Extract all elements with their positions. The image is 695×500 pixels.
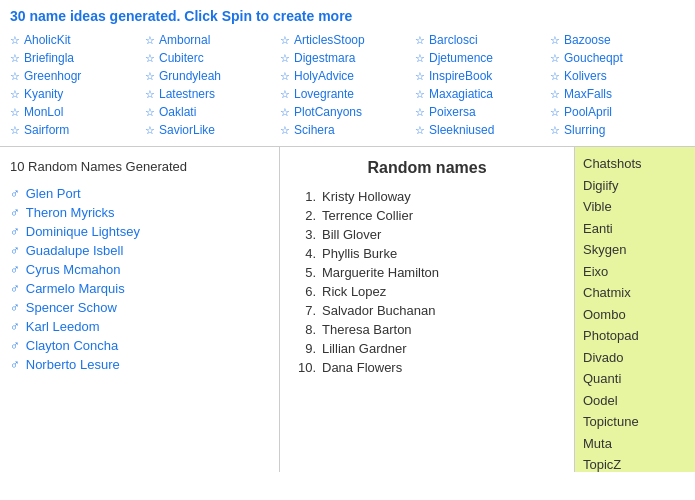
top-name-item[interactable]: ☆SaviorLike <box>145 122 280 138</box>
top-name-item[interactable]: ☆Lovegrante <box>280 86 415 102</box>
left-name-item[interactable]: ♂Guadalupe Isbell <box>10 241 269 260</box>
middle-name-label: Kristy Holloway <box>322 189 411 204</box>
sidebar-name-item[interactable]: Eixo <box>583 261 687 283</box>
top-name-item[interactable]: ☆InspireBook <box>415 68 550 84</box>
sidebar-name-item[interactable]: Chatshots <box>583 153 687 175</box>
top-name-item[interactable]: ☆HolyAdvice <box>280 68 415 84</box>
middle-name-label: Marguerite Hamilton <box>322 265 439 280</box>
sidebar-name-item[interactable]: Divado <box>583 347 687 369</box>
sidebar-name-item[interactable]: Quanti <box>583 368 687 390</box>
top-name-item[interactable]: ☆Digestmara <box>280 50 415 66</box>
top-name-item[interactable]: ☆Barclosci <box>415 32 550 48</box>
star-icon: ☆ <box>550 88 560 101</box>
sidebar-name-item[interactable]: TopicZ <box>583 454 687 472</box>
top-name-label: Grundyleah <box>159 69 221 83</box>
star-icon: ☆ <box>550 124 560 137</box>
middle-panel-title: Random names <box>296 159 558 177</box>
top-name-item[interactable]: ☆Scihera <box>280 122 415 138</box>
bottom-section: 10 Random Names Generated ♂Glen Port♂The… <box>0 147 695 472</box>
left-name-item[interactable]: ♂Glen Port <box>10 184 269 203</box>
star-icon: ☆ <box>415 34 425 47</box>
top-name-item[interactable]: ☆Djetumence <box>415 50 550 66</box>
sidebar-name-item[interactable]: Digiify <box>583 175 687 197</box>
left-name-item[interactable]: ♂Carmelo Marquis <box>10 279 269 298</box>
star-icon: ☆ <box>550 34 560 47</box>
sidebar-name-item[interactable]: Topictune <box>583 411 687 433</box>
left-name-label: Norberto Lesure <box>26 357 120 372</box>
left-name-label: Glen Port <box>26 186 81 201</box>
male-icon: ♂ <box>10 262 20 277</box>
middle-list-item: 4.Phyllis Burke <box>296 244 558 263</box>
top-name-item[interactable]: ☆Slurring <box>550 122 685 138</box>
top-name-item[interactable]: ☆MonLol <box>10 104 145 120</box>
star-icon: ☆ <box>145 88 155 101</box>
sidebar-name-item[interactable]: Chatmix <box>583 282 687 304</box>
top-name-item[interactable]: ☆PoolApril <box>550 104 685 120</box>
top-name-label: PlotCanyons <box>294 105 362 119</box>
top-name-item[interactable]: ☆Briefingla <box>10 50 145 66</box>
left-name-item[interactable]: ♂Karl Leedom <box>10 317 269 336</box>
top-name-label: MaxFalls <box>564 87 612 101</box>
top-name-item[interactable]: ☆Kolivers <box>550 68 685 84</box>
list-number: 3. <box>296 227 316 242</box>
sidebar-name-item[interactable]: Oodel <box>583 390 687 412</box>
star-icon: ☆ <box>280 70 290 83</box>
title-spin[interactable]: Spin <box>222 8 252 24</box>
top-name-item[interactable]: ☆Maxagiatica <box>415 86 550 102</box>
top-name-item[interactable]: ☆Sleekniused <box>415 122 550 138</box>
top-name-label: Maxagiatica <box>429 87 493 101</box>
top-name-label: Briefingla <box>24 51 74 65</box>
sidebar-name-item[interactable]: Vible <box>583 196 687 218</box>
top-name-item[interactable]: ☆Sairform <box>10 122 145 138</box>
sidebar-name-item[interactable]: Eanti <box>583 218 687 240</box>
top-name-label: Kolivers <box>564 69 607 83</box>
list-number: 4. <box>296 246 316 261</box>
top-name-item[interactable]: ☆Grundyleah <box>145 68 280 84</box>
top-name-item[interactable]: ☆Kyanity <box>10 86 145 102</box>
left-name-item[interactable]: ♂Theron Myricks <box>10 203 269 222</box>
left-name-item[interactable]: ♂Dominique Lightsey <box>10 222 269 241</box>
sidebar-name-item[interactable]: Skygen <box>583 239 687 261</box>
middle-list-item: 2.Terrence Collier <box>296 206 558 225</box>
top-name-label: Cubiterc <box>159 51 204 65</box>
left-name-item[interactable]: ♂Clayton Concha <box>10 336 269 355</box>
list-number: 9. <box>296 341 316 356</box>
middle-list-item: 6.Rick Lopez <box>296 282 558 301</box>
left-name-item[interactable]: ♂Spencer Schow <box>10 298 269 317</box>
top-name-item[interactable]: ☆ArticlesStoop <box>280 32 415 48</box>
right-panel: ChatshotsDigiifyVibleEantiSkygenEixoChat… <box>575 147 695 472</box>
top-name-label: PoolApril <box>564 105 612 119</box>
middle-name-label: Dana Flowers <box>322 360 402 375</box>
sidebar-name-item[interactable]: Photopad <box>583 325 687 347</box>
star-icon: ☆ <box>10 124 20 137</box>
top-name-item[interactable]: ☆Oaklati <box>145 104 280 120</box>
list-number: 10. <box>296 360 316 375</box>
top-name-label: ArticlesStoop <box>294 33 365 47</box>
star-icon: ☆ <box>280 52 290 65</box>
left-name-item[interactable]: ♂Cyrus Mcmahon <box>10 260 269 279</box>
top-name-item[interactable]: ☆Ambornal <box>145 32 280 48</box>
top-name-item[interactable]: ☆Goucheqpt <box>550 50 685 66</box>
male-icon: ♂ <box>10 338 20 353</box>
right-names-container: ChatshotsDigiifyVibleEantiSkygenEixoChat… <box>583 153 687 472</box>
top-name-item[interactable]: ☆Bazoose <box>550 32 685 48</box>
top-name-item[interactable]: ☆Cubiterc <box>145 50 280 66</box>
top-name-item[interactable]: ☆Poixersa <box>415 104 550 120</box>
top-name-item[interactable]: ☆Latestners <box>145 86 280 102</box>
sidebar-name-item[interactable]: Oombo <box>583 304 687 326</box>
top-name-item[interactable]: ☆Greenhogr <box>10 68 145 84</box>
star-icon: ☆ <box>145 70 155 83</box>
middle-name-label: Theresa Barton <box>322 322 412 337</box>
left-name-item[interactable]: ♂Norberto Lesure <box>10 355 269 374</box>
star-icon: ☆ <box>10 34 20 47</box>
sidebar-name-item[interactable]: Muta <box>583 433 687 455</box>
top-name-item[interactable]: ☆PlotCanyons <box>280 104 415 120</box>
middle-name-label: Lillian Gardner <box>322 341 407 356</box>
star-icon: ☆ <box>10 106 20 119</box>
middle-name-label: Salvador Buchanan <box>322 303 435 318</box>
male-icon: ♂ <box>10 319 20 334</box>
top-name-item[interactable]: ☆AholicKit <box>10 32 145 48</box>
middle-name-label: Bill Glover <box>322 227 381 242</box>
middle-list-item: 7.Salvador Buchanan <box>296 301 558 320</box>
top-name-item[interactable]: ☆MaxFalls <box>550 86 685 102</box>
